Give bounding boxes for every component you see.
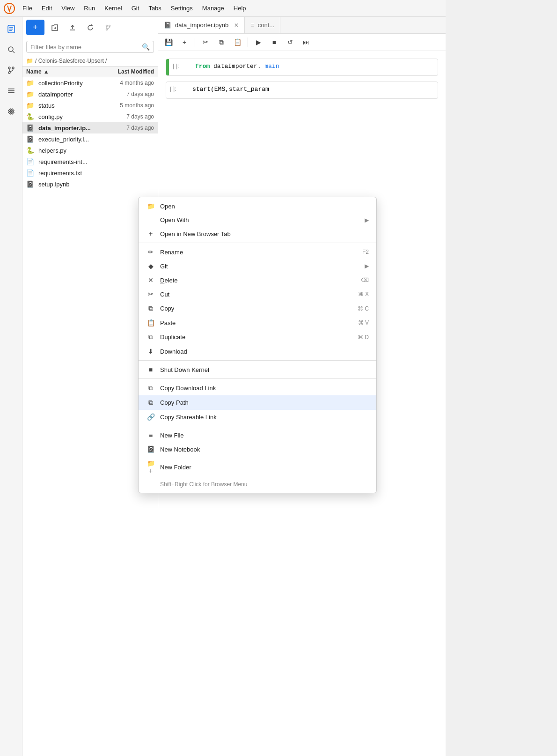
context-menu: 📁 Open Open With ▶ + Open in New Browser… xyxy=(138,197,377,493)
file-item-requirements-int[interactable]: 📄 requirements-int... xyxy=(22,156,158,167)
file-item-requirements[interactable]: 📄 requirements.txt xyxy=(22,167,158,178)
activity-menu[interactable] xyxy=(3,82,20,99)
ctx-new-file[interactable]: ≡ New File xyxy=(139,428,376,442)
separator xyxy=(139,360,376,361)
file-item-status[interactable]: 📁 status 5 months ago xyxy=(22,100,158,111)
tab-close-button[interactable]: ✕ xyxy=(234,22,239,29)
ctx-new-notebook-label: New Notebook xyxy=(160,446,369,453)
tab-cont[interactable]: ≡ cont... xyxy=(245,17,280,33)
cut-icon: ✂ xyxy=(146,290,155,298)
ctx-copy-path[interactable]: ⧉ Copy Path xyxy=(139,395,376,410)
file-name: setup.ipynb xyxy=(38,181,98,188)
notebook-icon: 📓 xyxy=(26,135,36,143)
ctx-download[interactable]: ⬇ Download xyxy=(139,344,376,358)
ctx-cut[interactable]: ✂ Cut ⌘ X xyxy=(139,287,376,301)
activity-files[interactable] xyxy=(3,21,20,37)
ctx-open-browser-tab[interactable]: + Open in New Browser Tab xyxy=(139,227,376,241)
menu-edit[interactable]: Edit xyxy=(38,3,56,14)
copy-button[interactable]: ⧉ xyxy=(215,36,228,49)
ctx-copy-shareable-link[interactable]: 🔗 Copy Shareable Link xyxy=(139,410,376,424)
fast-forward-button[interactable]: ⏭ xyxy=(300,36,313,49)
code-text: start(EMS,start_param xyxy=(192,86,269,93)
activity-search[interactable] xyxy=(3,41,20,58)
svg-rect-13 xyxy=(8,92,15,93)
activity-git[interactable] xyxy=(3,62,20,79)
git-button[interactable] xyxy=(101,20,116,35)
code-cell-2[interactable]: [ ]: start(EMS,start_param xyxy=(166,82,438,99)
separator xyxy=(139,378,376,379)
menu-settings[interactable]: Settings xyxy=(167,3,197,14)
svg-point-8 xyxy=(12,67,14,69)
ctx-copy-label: Copy xyxy=(160,305,353,312)
chevron-right-icon: ▶ xyxy=(365,217,369,223)
menu-run[interactable]: Run xyxy=(80,3,99,14)
menu-view[interactable]: View xyxy=(58,3,78,14)
menu-help[interactable]: Help xyxy=(230,3,250,14)
file-item-dataimporter[interactable]: 📁 dataImporter 7 days ago xyxy=(22,89,158,100)
ctx-rename[interactable]: ✏ Rename F2 xyxy=(139,245,376,259)
paste-button[interactable]: 📋 xyxy=(231,36,244,49)
ctx-git[interactable]: ◆ Git ▶ xyxy=(139,259,376,273)
tab-menu-icon: ≡ xyxy=(250,22,254,29)
code-function: main xyxy=(264,63,279,70)
cell-prompt: [ ]: xyxy=(173,63,191,69)
code-cell-1[interactable]: [ ]: from dataImporter. main xyxy=(166,59,438,76)
separator xyxy=(139,426,376,426)
ctx-duplicate-label: Duplicate xyxy=(160,334,353,341)
file-item-data-importer[interactable]: 📓 data_importer.ip... 7 days ago xyxy=(22,122,158,133)
ctx-new-folder[interactable]: 📁+ New Folder xyxy=(139,456,376,478)
restart-button[interactable]: ↺ xyxy=(284,36,297,49)
svg-line-6 xyxy=(13,51,15,53)
save-button[interactable]: 💾 xyxy=(162,36,175,49)
cell-prompt: [ ]: xyxy=(170,86,189,92)
search-box[interactable]: 🔍 xyxy=(26,41,154,53)
add-cell-button[interactable]: + xyxy=(178,36,191,49)
file-item-config[interactable]: 🐍 config.py 7 days ago xyxy=(22,111,158,122)
ctx-paste[interactable]: 📋 Paste ⌘ V xyxy=(139,316,376,330)
text-icon: 📄 xyxy=(26,158,36,165)
search-input[interactable] xyxy=(30,44,142,51)
activity-extensions[interactable] xyxy=(3,103,20,120)
chevron-right-icon: ▶ xyxy=(365,263,369,269)
new-button[interactable]: + xyxy=(26,20,44,35)
menu-git[interactable]: Git xyxy=(128,3,143,14)
file-item-collectionpriority[interactable]: 📁 collectionPriority 4 months ago xyxy=(22,77,158,89)
ctx-open[interactable]: 📁 Open xyxy=(139,199,376,213)
ctx-open-with[interactable]: Open With ▶ xyxy=(139,213,376,227)
ctx-copy[interactable]: ⧉ Copy ⌘ C xyxy=(139,301,376,316)
file-item-execute-priority[interactable]: 📓 execute_priority.i... xyxy=(22,133,158,145)
ctx-copy-download-link[interactable]: ⧉ Copy Download Link xyxy=(139,381,376,395)
file-item-helpers[interactable]: 🐍 helpers.py xyxy=(22,145,158,156)
file-item-setup[interactable]: 📓 setup.ipynb xyxy=(22,178,158,190)
file-date: 7 days ago xyxy=(98,91,154,97)
rename-icon: ✏ xyxy=(146,248,155,256)
ctx-shut-down-kernel-label: Shut Down Kernel xyxy=(160,366,369,373)
refresh-button[interactable] xyxy=(83,20,98,35)
cell-content: [ ]: start(EMS,start_param xyxy=(166,82,438,98)
new-folder-button[interactable] xyxy=(47,20,62,35)
menu-file[interactable]: File xyxy=(19,3,36,14)
menu-kernel[interactable]: Kernel xyxy=(101,3,126,14)
keyword-from: from xyxy=(195,63,210,70)
separator xyxy=(195,37,195,47)
ctx-delete[interactable]: ✕ Delete ⌫ xyxy=(139,273,376,287)
col-date-header[interactable]: Last Modified xyxy=(98,68,154,75)
paste-icon: 📋 xyxy=(146,319,155,326)
app-logo xyxy=(4,3,15,14)
python-icon: 🐍 xyxy=(26,147,36,154)
ctx-duplicate[interactable]: ⧉ Duplicate ⌘ D xyxy=(139,330,376,344)
upload-button[interactable] xyxy=(65,20,80,35)
tab-notebook-icon: 📓 xyxy=(164,22,171,29)
ctx-shut-down-kernel[interactable]: ■ Shut Down Kernel xyxy=(139,363,376,377)
cut-button[interactable]: ✂ xyxy=(199,36,212,49)
tab-data-importer[interactable]: 📓 data_importer.ipynb ✕ xyxy=(158,17,245,33)
ctx-new-notebook[interactable]: 📓 New Notebook xyxy=(139,442,376,456)
ctx-open-with-label: Open With xyxy=(160,216,360,223)
file-name: dataImporter xyxy=(38,91,98,98)
notebook-icon: 📓 xyxy=(26,180,36,188)
menu-tabs[interactable]: Tabs xyxy=(145,3,165,14)
menu-manage[interactable]: Manage xyxy=(198,3,228,14)
interrupt-button[interactable]: ■ xyxy=(268,36,281,49)
run-button[interactable]: ▶ xyxy=(252,36,265,49)
col-name-header[interactable]: Name ▲ xyxy=(26,68,98,75)
